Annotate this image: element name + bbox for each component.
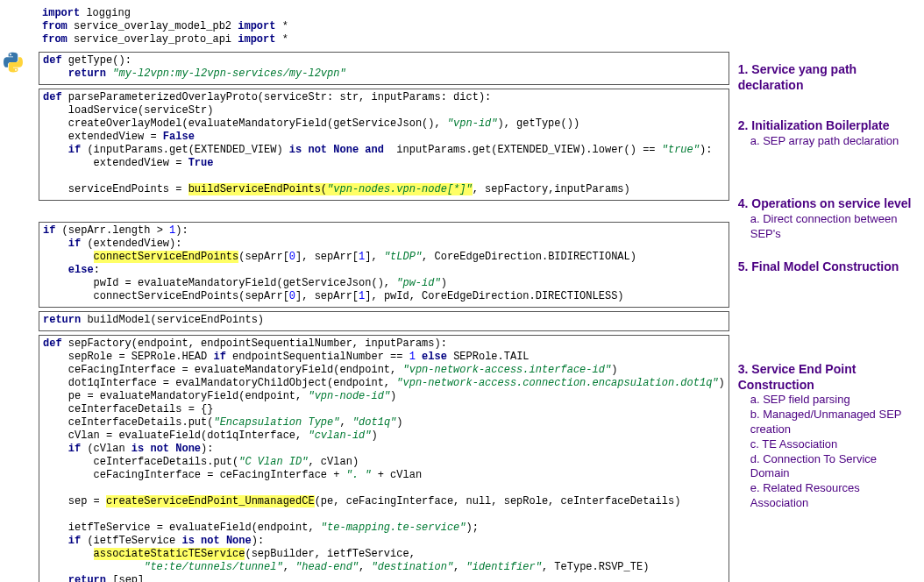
import-star: * xyxy=(275,33,288,46)
annotation-heading: 5. Final Model Construction xyxy=(738,259,917,274)
kw-if: if xyxy=(213,351,232,363)
kw-isnot: is not xyxy=(289,144,333,156)
kw-def: def xyxy=(43,54,68,67)
kw-isnot: is not xyxy=(181,535,225,547)
annotation-1: 1. Service yang path declaration xyxy=(738,61,917,93)
code-text: , cVlan) xyxy=(308,456,359,468)
string-literal: "Encapsulation Type" xyxy=(213,416,339,429)
code-text: ], sepArr[ xyxy=(295,290,359,302)
highlighted-call: createServiceEndPoint_UnmanagedCE xyxy=(106,495,315,507)
kw-from: from xyxy=(42,20,68,32)
code-text: ) xyxy=(371,429,377,442)
annotation-sub: a. SEP array path declaration xyxy=(738,134,917,149)
kw-false: False xyxy=(163,131,195,143)
kw-none: None xyxy=(333,144,365,156)
fn-name: sepFactory xyxy=(68,337,131,350)
code-text: (pe, ceFacingInterface, null, sepRole, c… xyxy=(315,495,681,507)
code-text: extendedView = xyxy=(68,131,163,143)
string-literal: "cvlan-id" xyxy=(308,429,371,442)
annotation-2: 2. Initialization Boilerplate a. SEP arr… xyxy=(738,117,917,148)
code-text: , CoreEdgeDirection.BIDIRECTIONAL) xyxy=(422,251,636,263)
code-text: ], xyxy=(365,251,384,263)
string-literal: "destination" xyxy=(371,561,453,573)
code-text: ceFacingInterface = evaluateMandatoryFie… xyxy=(68,364,403,376)
code-text: ceInterfaceDetails.put( xyxy=(68,416,214,429)
annotation-heading: 3. Service End Point Construction xyxy=(738,361,917,393)
page-root: import logging from service_overlay_mode… xyxy=(7,7,917,582)
code-text: ) xyxy=(611,364,617,376)
kw-else: else xyxy=(422,351,453,363)
code-text: ) xyxy=(719,377,725,389)
code-text: , TeType.RSVP_TE) xyxy=(542,561,649,573)
kw-if: if xyxy=(43,224,62,237)
code-text: [sep] xyxy=(112,574,144,582)
code-text: ), getType()) xyxy=(498,117,580,130)
string-literal: "vpn-network-access.connection.encapsula… xyxy=(396,377,718,389)
code-text: ) xyxy=(441,277,447,289)
annotation-5: 5. Final Model Construction xyxy=(738,259,917,274)
import-star: * xyxy=(275,20,288,32)
import-module: logging xyxy=(80,7,131,19)
code-text: createOverlayModel(evaluateMandatoryFiel… xyxy=(68,117,447,130)
string-literal: "tLDP" xyxy=(384,251,422,263)
code-text: (inputParams.get(EXTENDED_VIEW) xyxy=(87,144,288,156)
code-text: pe = evaluateMandatoryField(endpoint, xyxy=(68,390,309,402)
code-text: cVlan = evaluateField(dot1qInterface, xyxy=(68,429,309,442)
annotation-sub: a. Direct connection between SEP's xyxy=(738,212,917,242)
string-literal: ". " xyxy=(346,469,372,481)
code-text: (cVlan xyxy=(87,443,131,455)
annotation-3: 3. Service End Point Construction a. SEP… xyxy=(738,361,917,512)
code-text: , sepFactory,inputParams) xyxy=(473,183,630,195)
annotation-sub: d. Connection To Service Domain xyxy=(738,452,917,482)
annotation-column: 1. Service yang path declaration 2. Init… xyxy=(729,7,917,516)
annotation-sub: c. TE Association xyxy=(738,437,917,452)
num-literal: 0 xyxy=(289,290,295,302)
code-column: import logging from service_overlay_mode… xyxy=(7,7,729,582)
box-gettype: def getType(): return "my-l2vpn:my-l2vpn… xyxy=(39,52,729,85)
kw-def: def xyxy=(43,91,68,103)
kw-import: import xyxy=(238,33,275,46)
code-text: ], sepArr[ xyxy=(295,251,359,263)
code-text: ], pwId, CoreEdgeDirection.DIRECTIONLESS… xyxy=(365,290,623,302)
code-text: ietfTeService = evaluateField(endpoint, xyxy=(68,522,321,534)
string-literal: "vpn-nodes.vpn-node[*]" xyxy=(327,183,473,195)
string-literal: "vpn-id" xyxy=(447,117,498,130)
highlighted-call: connectServiceEndPoints xyxy=(94,251,239,263)
code-text: inputParams.get(EXTENDED_VIEW).lower() =… xyxy=(396,144,661,156)
string-literal: "head-end" xyxy=(295,561,359,573)
code-text: ceInterfaceDetails = {} xyxy=(68,403,214,415)
box-parseproto: def parseParameterizedOverlayProto(servi… xyxy=(39,89,729,201)
box-sepfactory: def sepFactory(endpoint, endpointSequent… xyxy=(39,335,729,582)
code-text: sepRole = SEPRole.HEAD xyxy=(68,351,214,363)
kw-if: if xyxy=(68,535,88,547)
fn-sig: (endpoint, endpointSequentialNumber, inp… xyxy=(131,337,447,350)
annotation-sub: b. Managed/Unmanaged SEP creation xyxy=(738,408,917,437)
kw-import: import xyxy=(42,7,80,19)
code-text: , xyxy=(453,561,466,573)
imports-block: import logging from service_overlay_mode… xyxy=(39,7,729,52)
annotation-4: 4. Operations on service level a. Direct… xyxy=(738,195,917,241)
annotation-sub: a. SEP field parsing xyxy=(738,393,917,408)
code-text: (extendedView): xyxy=(87,238,181,250)
code-text: ceInterfaceDetails.put( xyxy=(94,456,239,468)
string-literal: "te-mapping.te-service" xyxy=(321,522,466,534)
code-text: (sepArr[ xyxy=(238,251,289,263)
kw-if: if xyxy=(68,238,88,250)
num-literal: 0 xyxy=(289,251,295,263)
fn-name: parseParameterizedOverlayProto xyxy=(68,91,258,103)
kw-if: if xyxy=(68,144,88,156)
code-text: : xyxy=(94,264,100,276)
code-text: ): xyxy=(700,144,712,156)
code-text: ): xyxy=(252,535,264,547)
code-text: serviceEndPoints = xyxy=(68,183,188,195)
code-text: SEPRole.TAIL xyxy=(453,351,529,363)
string-literal: "pw-id" xyxy=(396,277,440,289)
kw-else: else xyxy=(68,264,94,276)
kw-def: def xyxy=(43,337,68,350)
code-text: , xyxy=(339,416,352,429)
annotation-heading: 1. Service yang path declaration xyxy=(738,61,917,93)
string-literal: "dot1q" xyxy=(352,416,396,429)
code-text: extendedView = xyxy=(94,157,188,169)
import-module: service_overlay_proto_api xyxy=(68,33,238,46)
code-text: , xyxy=(359,561,371,573)
